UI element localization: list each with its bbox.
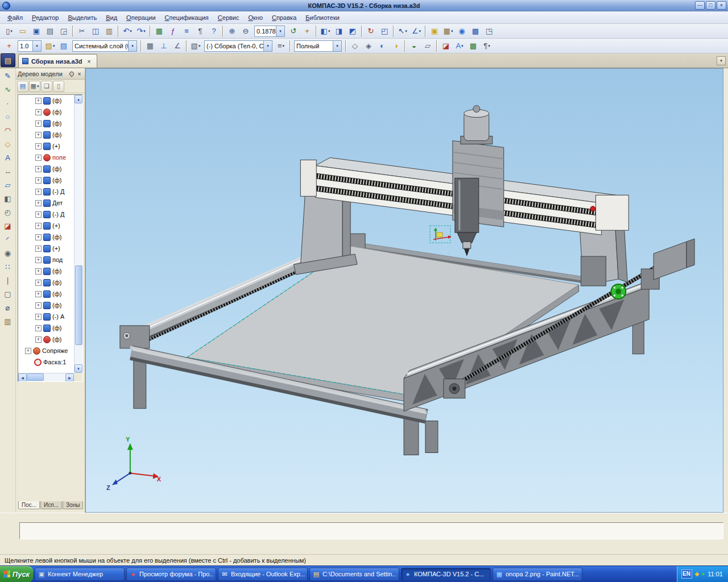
window-layout-button[interactable]: ◳ ▾ [483, 25, 495, 38]
minimize-button[interactable]: — [695, 1, 705, 10]
menu-item[interactable]: Редактор [28, 13, 63, 23]
spline-tool[interactable]: ∿ [1, 82, 15, 96]
document-tab[interactable]: Сборка низа.a3d × [18, 54, 97, 68]
scroll-left-button[interactable]: ◀ [18, 373, 27, 382]
layers-button[interactable]: ▤ ▾ [57, 40, 70, 52]
menu-item[interactable]: Вид [102, 13, 121, 23]
tree-item[interactable]: + попе [18, 152, 74, 163]
zoom-fit-button[interactable]: ◰ ▾ [378, 25, 391, 38]
expander-icon[interactable]: + [35, 120, 42, 127]
simplified-view-button[interactable]: ◒ ▾ [408, 40, 420, 52]
menu-item[interactable]: Выделить [64, 13, 101, 23]
print-preview-button[interactable]: ◲ ▾ [57, 25, 70, 38]
scroll-right-button[interactable]: ▶ [65, 373, 74, 382]
assembly-combo[interactable]: (-) Сборка (Тел-0, С ▾ [204, 40, 272, 52]
tree-item[interactable]: + (-) Д [18, 209, 74, 220]
viewport-3d[interactable]: Y X Z [85, 68, 723, 513]
combo-dropdown-button[interactable]: ▾ [128, 41, 136, 51]
wireframe-button[interactable]: ◇ ▾ [349, 40, 361, 52]
angle-snap-button[interactable]: ∠ ▾ [171, 40, 184, 52]
extrude-tool[interactable]: ◧ [1, 192, 15, 205]
selection-filter-button[interactable]: ↖ ▾ [396, 25, 409, 38]
perspective-button[interactable]: ▱ ▾ [421, 40, 434, 52]
tree-panel-tab[interactable]: Пос... [18, 501, 40, 509]
tree-panel-tab[interactable]: Зоны [63, 501, 83, 509]
language-indicator[interactable]: EN [681, 569, 692, 579]
info-button[interactable]: ◉ ▾ [456, 25, 468, 38]
tree-structure-button[interactable]: ▤ ▾ [17, 81, 28, 92]
rotate-view-button[interactable]: ↻ ▾ [365, 25, 377, 38]
polygon-tool[interactable]: ◇ [1, 137, 15, 151]
expander-icon[interactable]: + [35, 98, 42, 104]
tree-item[interactable]: + (ф) [18, 118, 74, 129]
tree-item[interactable]: + Фаска:1 [18, 356, 74, 368]
tree-item[interactable]: + Дет [18, 197, 74, 209]
shaded-button[interactable]: ◐ ▾ [376, 40, 388, 52]
tree-doc-button[interactable]: ▯ ▾ [53, 81, 64, 92]
cut-button[interactable]: ✂ ▾ [76, 25, 88, 38]
refresh-button[interactable]: ↺ ▾ [287, 25, 300, 38]
detail-level-combo[interactable]: Полный ▾ [294, 40, 342, 52]
parameters-button[interactable]: ¶ ▾ [481, 40, 493, 52]
tree-item[interactable]: + под [18, 254, 74, 265]
expander-icon[interactable]: + [35, 291, 42, 297]
menu-item[interactable]: Окно [245, 13, 267, 23]
hidden-lines-button[interactable]: ◈ ▾ [362, 40, 375, 52]
tree-item[interactable]: + (ф) [18, 334, 74, 345]
annotation-button[interactable]: А ▾ [453, 40, 466, 52]
shell-tool[interactable]: ▢ [1, 287, 15, 301]
expander-icon[interactable]: + [35, 166, 42, 172]
pattern-tool[interactable]: ∷ [1, 260, 15, 273]
task-outlook-express[interactable]: ✉ Входящие - Outlook Exp... [218, 568, 308, 581]
assembly-tree-button[interactable]: ≡ ▾ [275, 40, 287, 52]
cnc-machine-model[interactable]: Y X Z [86, 69, 723, 512]
scroll-thumb[interactable] [27, 373, 44, 381]
expander-icon[interactable]: + [35, 268, 42, 275]
shaded-edges-button[interactable]: ◑ ▾ [390, 40, 402, 52]
report-button[interactable]: ¶ ▾ [194, 25, 206, 38]
save-button[interactable]: ▣ ▾ [30, 25, 43, 38]
pan-button[interactable]: + ▾ [301, 25, 313, 38]
paste-button[interactable]: ▥ ▾ [103, 25, 115, 38]
variables-button[interactable]: ≡ ▾ [180, 25, 193, 38]
expander-icon[interactable]: + [35, 325, 42, 331]
tree-sections-button[interactable]: ❏ ▾ [41, 81, 52, 92]
orientation-front-button[interactable]: ◧ ▾ [319, 25, 332, 38]
section-view-button[interactable]: ◪ ▾ [440, 40, 452, 52]
tree-item[interactable]: + (+) [18, 243, 74, 254]
new-part-button[interactable]: ▣ ▾ [428, 25, 441, 38]
combo-dropdown-button[interactable]: ▾ [263, 41, 272, 51]
layer-combo[interactable]: Системный слой (0) ▾ [72, 40, 137, 52]
component-filter-button[interactable]: ▧ ▾ [189, 40, 202, 52]
expander-icon[interactable]: + [35, 189, 42, 195]
tree-item[interactable]: + Сопряже [18, 345, 74, 356]
expander-icon[interactable]: + [35, 211, 42, 218]
task-paintnet[interactable]: ▦ onopa 2.png - Paint.NET... [493, 568, 582, 581]
tab-overflow-button[interactable]: ▾ [717, 56, 726, 65]
model-tree-toggle-button[interactable]: ▤ [1, 53, 15, 67]
axis-tool[interactable]: ∣ [1, 273, 15, 287]
zoom-scale-combo[interactable]: 0.1878 ▾ [254, 26, 285, 37]
measure-button[interactable]: ∠ ▾ [410, 25, 423, 38]
snap-settings-button[interactable]: + ▾ [3, 40, 15, 52]
copy-button[interactable]: ◫ ▾ [89, 25, 102, 38]
menu-item[interactable]: Сервис [214, 13, 243, 23]
scroll-up-button[interactable]: ▲ [75, 95, 82, 103]
plane-tool[interactable]: ▱ [1, 178, 15, 192]
library-manager-button[interactable]: ▦ ▾ [442, 25, 454, 38]
fillet-tool[interactable]: ◜ [1, 232, 15, 246]
tree-item[interactable]: + (ф) [18, 288, 74, 300]
task-kompas[interactable]: ● КОМПАС-3D V15.2 - С... [401, 568, 491, 581]
tree-item[interactable]: + (-) Д [18, 186, 74, 197]
expander-icon[interactable]: + [35, 257, 42, 263]
tree-item[interactable]: + (ф) [18, 163, 74, 174]
tree-item[interactable]: + (ф) [18, 174, 74, 186]
sketch-tool[interactable]: ✎ [1, 69, 15, 82]
tree-item[interactable]: + (+) [18, 140, 74, 152]
expander-icon[interactable]: + [35, 336, 42, 343]
expander-icon[interactable]: + [35, 109, 42, 115]
zoom-out-button[interactable]: ⊖ ▾ [239, 25, 252, 38]
tree-item[interactable]: + (ф) [18, 300, 74, 311]
tree-item[interactable]: + (+) [18, 220, 74, 231]
point-tool[interactable]: · [1, 96, 15, 110]
